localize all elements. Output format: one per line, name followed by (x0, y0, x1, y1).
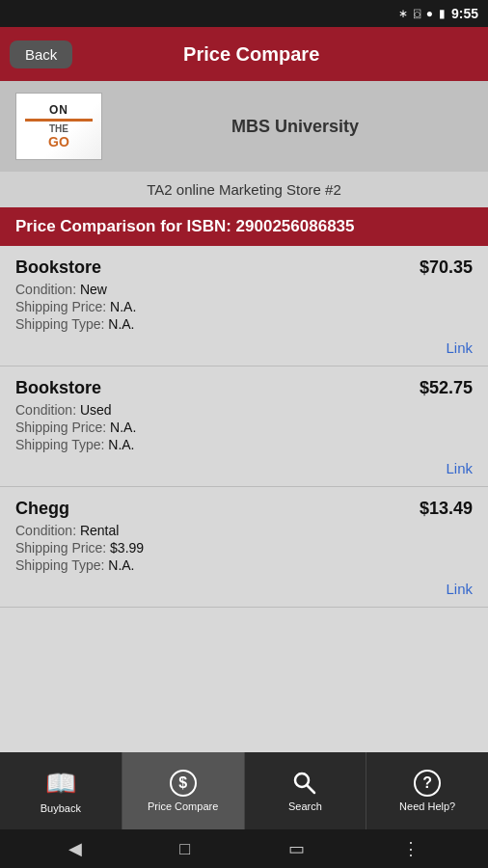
link-1[interactable]: Link (446, 460, 473, 476)
wifi-icon: ⌼ (414, 7, 420, 20)
question-icon: ? (414, 770, 441, 797)
shipping-price-row-1: Shipping Price: N.A. (15, 420, 473, 435)
android-nav: ◀ □ ▭ ⋮ (0, 829, 488, 868)
top-nav: Back Price Compare (0, 27, 488, 81)
android-home-btn[interactable]: □ (179, 839, 190, 859)
search-icon (291, 770, 318, 797)
battery-icon: ▮ (439, 7, 446, 20)
isbn-header: Price Comparison for ISBN: 2900256086835 (0, 207, 488, 246)
store-title-1: Bookstore (15, 378, 101, 398)
price-value-1: $52.75 (420, 378, 473, 398)
section-label: TA2 online Marketing Store #2 (0, 172, 488, 207)
back-button[interactable]: Back (10, 41, 72, 68)
book-icon: 📖 (45, 769, 76, 799)
android-more-btn[interactable]: ⋮ (402, 838, 420, 859)
android-back-btn[interactable]: ◀ (68, 838, 82, 859)
store-title-0: Bookstore (15, 258, 101, 278)
shipping-price-row-0: Shipping Price: N.A. (15, 299, 473, 314)
condition-row-0: Condition: New (15, 282, 473, 297)
tab-search-label: Search (288, 800, 322, 812)
page-title: Price Compare (82, 43, 478, 66)
signal-icon: ● (426, 7, 433, 20)
price-item: Chegg $13.49 Condition: Rental Shipping … (0, 487, 488, 608)
shipping-price-row-2: Shipping Price: $3.99 (15, 540, 473, 556)
link-0[interactable]: Link (446, 339, 473, 356)
store-header: ON THE GO MBS University (0, 81, 488, 172)
tab-buyback-label: Buyback (41, 802, 81, 814)
price-item: Bookstore $52.75 Condition: Used Shippin… (0, 366, 488, 487)
store-title-2: Chegg (15, 499, 69, 519)
android-recents-btn[interactable]: ▭ (288, 838, 305, 859)
isbn-text: Price Comparison for ISBN: 2900256086835 (15, 217, 473, 236)
tab-help-label: Need Help? (399, 800, 455, 812)
tab-help[interactable]: ? Need Help? (366, 752, 488, 829)
price-item: Bookstore $70.35 Condition: New Shipping… (0, 246, 488, 366)
tab-price-compare[interactable]: $ Price Compare (122, 752, 245, 829)
price-value-0: $70.35 (420, 258, 473, 278)
condition-row-1: Condition: Used (15, 402, 473, 418)
svg-line-1 (307, 785, 314, 793)
shipping-type-row-0: Shipping Type: N.A. (15, 316, 473, 332)
shipping-type-row-1: Shipping Type: N.A. (15, 437, 473, 452)
tab-search[interactable]: Search (245, 752, 367, 829)
bluetooth-icon: ∗ (398, 7, 408, 20)
dollar-icon: $ (170, 770, 197, 797)
status-bar: ∗ ⌼ ● ▮ 9:55 (0, 0, 488, 27)
tab-price-compare-label: Price Compare (148, 800, 218, 812)
condition-row-2: Condition: Rental (15, 523, 473, 538)
price-value-2: $13.49 (420, 499, 473, 519)
link-2[interactable]: Link (446, 581, 473, 597)
shipping-type-row-2: Shipping Type: N.A. (15, 557, 473, 573)
tab-buyback[interactable]: 📖 Buyback (0, 752, 122, 829)
status-time: 9:55 (451, 6, 478, 21)
main-content: Bookstore $70.35 Condition: New Shipping… (0, 246, 488, 782)
store-name: MBS University (118, 117, 473, 137)
tab-bar: 📖 Buyback $ Price Compare Search ? Need … (0, 752, 488, 829)
store-logo: ON THE GO (15, 93, 102, 160)
